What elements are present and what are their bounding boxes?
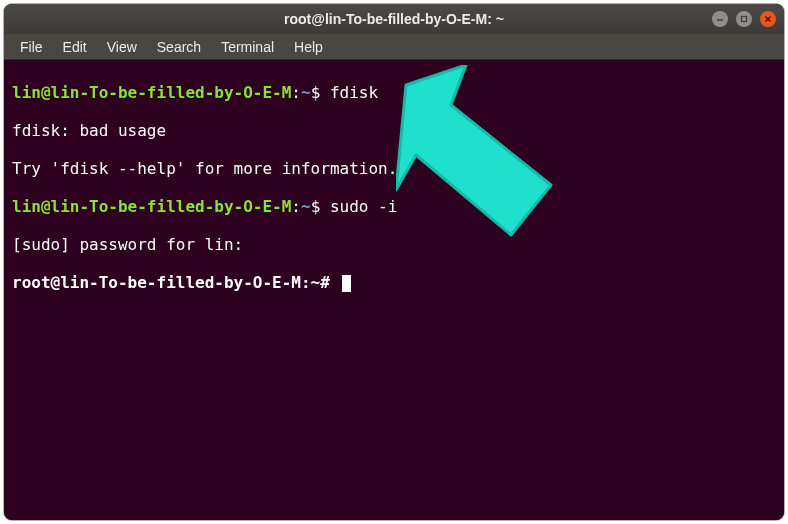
terminal-line: [sudo] password for lin: — [12, 235, 776, 254]
menu-search[interactable]: Search — [147, 36, 211, 58]
menu-view[interactable]: View — [97, 36, 147, 58]
cursor-block — [342, 275, 351, 292]
command-text: fdisk — [330, 83, 378, 102]
terminal-line: lin@lin-To-be-filled-by-O-E-M:~$ sudo -i — [12, 197, 776, 216]
prompt-path: ~ — [301, 83, 311, 102]
prompt-user-host: lin@lin-To-be-filled-by-O-E-M — [12, 197, 291, 216]
output-text: [sudo] password for lin: — [12, 235, 243, 254]
output-text: fdisk: bad usage — [12, 121, 166, 140]
menu-file[interactable]: File — [10, 36, 53, 58]
menubar: File Edit View Search Terminal Help — [4, 34, 784, 60]
window-title: root@lin-To-be-filled-by-O-E-M: ~ — [284, 11, 504, 27]
prompt-user-host: lin@lin-To-be-filled-by-O-E-M — [12, 83, 291, 102]
prompt-root: root@lin-To-be-filled-by-O-E-M:~# — [12, 273, 340, 292]
titlebar: root@lin-To-be-filled-by-O-E-M: ~ — [4, 4, 784, 34]
output-text: Try 'fdisk --help' for more information. — [12, 159, 397, 178]
menu-help[interactable]: Help — [284, 36, 333, 58]
terminal-line: fdisk: bad usage — [12, 121, 776, 140]
terminal-body[interactable]: lin@lin-To-be-filled-by-O-E-M:~$ fdisk f… — [4, 60, 784, 520]
menu-edit[interactable]: Edit — [53, 36, 97, 58]
terminal-line: Try 'fdisk --help' for more information. — [12, 159, 776, 178]
menu-terminal[interactable]: Terminal — [211, 36, 284, 58]
command-text: sudo -i — [330, 197, 397, 216]
prompt-path: ~ — [301, 197, 311, 216]
close-button[interactable] — [760, 11, 776, 27]
terminal-line: root@lin-To-be-filled-by-O-E-M:~# — [12, 273, 776, 292]
terminal-window: root@lin-To-be-filled-by-O-E-M: ~ File E… — [4, 4, 784, 520]
minimize-button[interactable] — [712, 11, 728, 27]
svg-rect-1 — [742, 17, 747, 22]
window-controls — [712, 4, 776, 34]
terminal-line: lin@lin-To-be-filled-by-O-E-M:~$ fdisk — [12, 83, 776, 102]
maximize-button[interactable] — [736, 11, 752, 27]
